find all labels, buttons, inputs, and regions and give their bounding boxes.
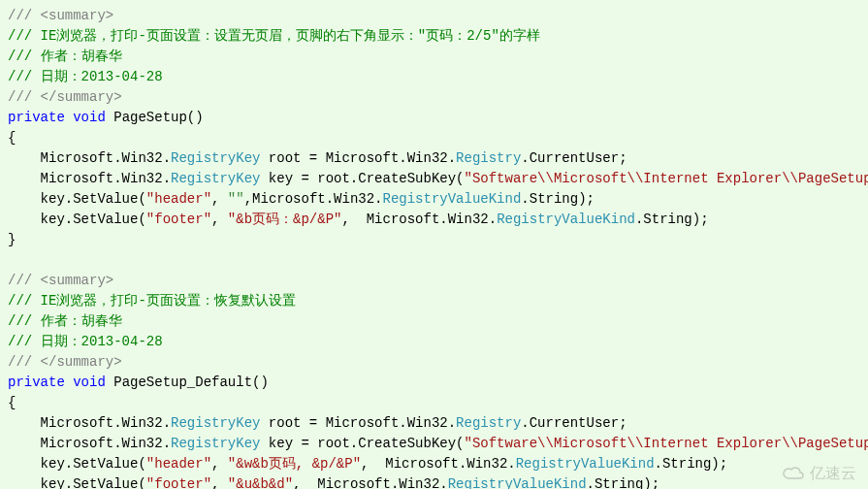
code: , Microsoft.Win32. — [361, 456, 516, 472]
type: RegistryValueKind — [383, 191, 522, 207]
string: "&w&b页码, &p/&P" — [228, 456, 361, 472]
xmldoc: /// 日期：2013-04-28 — [8, 69, 163, 84]
ns: Microsoft.Win32. — [41, 436, 171, 451]
code-block: /// <summary> /// IE浏览器，打印-页面设置：设置无页眉，页脚… — [0, 0, 868, 489]
method-name: PageSetup — [113, 110, 187, 125]
code: key.SetValue( — [41, 191, 146, 207]
cloud-icon — [783, 467, 804, 480]
type: RegistryKey — [171, 150, 260, 166]
code: , — [211, 476, 228, 489]
method-name: PageSetup_Default — [113, 375, 252, 390]
code: .String); — [635, 212, 709, 227]
xmldoc: /// IE浏览器，打印-页面设置：恢复默认设置 — [8, 293, 296, 309]
string: "Software\\Microsoft\\Internet Explorer\… — [465, 171, 869, 186]
string: "Software\\Microsoft\\Internet Explorer\… — [465, 436, 869, 451]
keyword: void — [73, 375, 106, 390]
type: RegistryValueKind — [448, 476, 587, 489]
xmldoc: /// </summary> — [8, 354, 122, 370]
string: "&b页码：&p/&P" — [228, 212, 342, 227]
code: .CurrentUser; — [521, 150, 627, 166]
code: key.SetValue( — [41, 456, 146, 472]
watermark-text: 亿速云 — [810, 463, 856, 483]
keyword: private — [8, 375, 65, 390]
code: key = root.CreateSubKey( — [260, 171, 464, 186]
string: "header" — [146, 191, 211, 207]
type: Registry — [456, 415, 521, 431]
type: RegistryValueKind — [516, 456, 655, 472]
code: , — [211, 191, 228, 207]
type: Registry — [456, 150, 521, 166]
string: "" — [228, 191, 244, 207]
code: key.SetValue( — [41, 212, 146, 227]
string: "header" — [146, 456, 211, 472]
code: , Microsoft.Win32. — [293, 476, 448, 489]
xmldoc: /// </summary> — [8, 89, 122, 105]
code: , Microsoft.Win32. — [341, 212, 497, 227]
code: .String); — [655, 456, 728, 472]
ns: Microsoft.Win32. — [41, 415, 171, 431]
code: root = Microsoft.Win32. — [260, 415, 456, 431]
type: RegistryValueKind — [497, 212, 635, 227]
xmldoc: /// 日期：2013-04-28 — [8, 334, 163, 349]
code: .String); — [587, 476, 660, 489]
code: key.SetValue( — [41, 476, 146, 489]
watermark: 亿速云 — [783, 463, 856, 483]
xmldoc: /// <summary> — [8, 273, 113, 288]
xmldoc: /// 作者：胡春华 — [8, 313, 122, 329]
ns: Microsoft.Win32. — [41, 171, 171, 186]
string: "footer" — [146, 212, 211, 227]
code: ,Microsoft.Win32. — [244, 191, 383, 207]
type: RegistryKey — [171, 171, 260, 186]
code: , — [211, 212, 228, 227]
type: RegistryKey — [171, 436, 260, 451]
code: root = Microsoft.Win32. — [260, 150, 456, 166]
string: "footer" — [146, 476, 211, 489]
code: .String); — [521, 191, 595, 207]
keyword: void — [73, 110, 106, 125]
code: .CurrentUser; — [521, 415, 627, 431]
xmldoc: /// IE浏览器，打印-页面设置：设置无页眉，页脚的右下角显示："页码：2/5… — [8, 28, 540, 44]
xmldoc: /// 作者：胡春华 — [8, 49, 122, 64]
ns: Microsoft.Win32. — [41, 150, 171, 166]
type: RegistryKey — [171, 415, 260, 431]
string: "&u&b&d" — [228, 476, 293, 489]
xmldoc: /// <summary> — [8, 8, 113, 23]
code: key = root.CreateSubKey( — [260, 436, 464, 451]
code: , — [211, 456, 228, 472]
keyword: private — [8, 110, 65, 125]
